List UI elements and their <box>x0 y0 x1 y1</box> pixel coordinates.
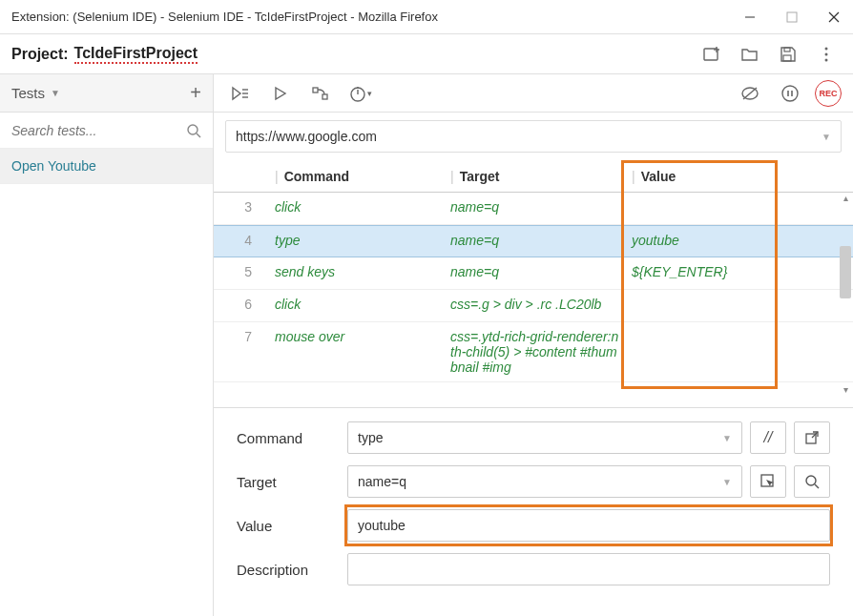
description-field-label: Description <box>237 562 347 578</box>
row-target: name=q <box>447 264 628 279</box>
base-url-value: https://www.google.com <box>236 129 377 144</box>
command-field-input[interactable]: type▼ <box>347 421 742 454</box>
scrollbar-thumb[interactable] <box>840 246 851 298</box>
search-icon[interactable] <box>186 123 201 138</box>
row-target: css=.ytd-rich-grid-renderer:nth-child(5)… <box>447 329 628 375</box>
project-name[interactable]: TcIdeFirstProject <box>74 45 198 64</box>
svg-point-12 <box>188 125 198 134</box>
table-row[interactable]: 7mouse overcss=.ytd-rich-grid-renderer:n… <box>214 322 853 382</box>
table-row[interactable]: 4typename=qyoutube <box>214 225 853 257</box>
tests-label[interactable]: Tests <box>11 85 45 101</box>
row-command: send keys <box>265 264 447 279</box>
select-target-button[interactable] <box>750 465 786 498</box>
toolbar: ▾ REC <box>214 74 853 113</box>
test-item[interactable]: Open Youtube <box>0 149 213 184</box>
run-button[interactable] <box>265 78 296 109</box>
svg-point-11 <box>825 58 828 61</box>
svg-line-13 <box>197 133 200 137</box>
minimize-button[interactable] <box>742 10 758 25</box>
svg-point-32 <box>806 476 816 485</box>
description-field-input[interactable] <box>347 553 830 585</box>
sidebar: Tests ▼ + Open Youtube <box>0 74 214 616</box>
row-value: ${KEY_ENTER} <box>628 264 853 279</box>
save-project-button[interactable] <box>773 39 803 70</box>
header-target[interactable]: |Target <box>447 169 628 184</box>
add-test-button[interactable]: + <box>190 82 201 104</box>
table-row[interactable]: 6clickcss=.g > div > .rc .LC20lb <box>214 290 853 322</box>
table-row[interactable]: 5send keysname=q${KEY_ENTER} <box>214 257 853 290</box>
row-command: type <box>265 233 447 248</box>
speed-button[interactable]: ▾ <box>345 78 376 109</box>
project-bar: Project: TcIdeFirstProject <box>0 34 853 74</box>
scroll-down-button[interactable]: ▾ <box>840 384 851 396</box>
close-button[interactable] <box>826 10 842 25</box>
row-number: 4 <box>214 233 265 248</box>
header-command[interactable]: |Command <box>265 169 447 184</box>
value-field-label: Value <box>237 518 347 534</box>
row-command: click <box>265 199 447 215</box>
project-label: Project: <box>11 46 69 63</box>
row-value: youtube <box>628 233 853 248</box>
svg-rect-1 <box>787 12 797 22</box>
svg-rect-8 <box>783 55 791 61</box>
svg-rect-20 <box>322 94 327 99</box>
row-number: 6 <box>214 297 265 312</box>
detail-form: Command type▼ // Target name=q▼ Value yo… <box>214 407 853 616</box>
step-button[interactable] <box>305 78 336 109</box>
row-number: 3 <box>214 199 265 215</box>
open-project-button[interactable] <box>735 39 765 70</box>
test-list: Open Youtube <box>0 149 213 616</box>
row-number: 7 <box>214 329 265 344</box>
right-panel: ▾ REC https://www.google.com ▼ |Command … <box>214 74 853 616</box>
svg-rect-4 <box>704 49 718 60</box>
row-target: name=q <box>447 233 628 248</box>
record-button[interactable]: REC <box>815 80 842 107</box>
svg-point-26 <box>782 86 798 101</box>
maximize-button[interactable] <box>784 10 800 25</box>
table-row[interactable]: 3clickname=q <box>214 193 853 225</box>
row-target: name=q <box>447 199 628 215</box>
run-all-button[interactable] <box>225 78 256 109</box>
window-title: Extension: (Selenium IDE) - Selenium IDE… <box>11 10 742 24</box>
row-number: 5 <box>214 264 265 279</box>
row-target: css=.g > div > .rc .LC20lb <box>447 297 628 312</box>
svg-rect-7 <box>784 48 790 51</box>
search-tests <box>0 113 213 149</box>
svg-point-9 <box>825 47 828 50</box>
base-url-input[interactable]: https://www.google.com ▼ <box>225 120 842 153</box>
row-command: mouse over <box>265 329 447 344</box>
toggle-comment-button[interactable]: // <box>750 421 786 454</box>
scroll-up-button[interactable]: ▴ <box>840 193 851 204</box>
find-target-button[interactable] <box>794 465 830 498</box>
svg-marker-18 <box>276 88 285 99</box>
new-project-button[interactable] <box>697 39 727 70</box>
window-titlebar: Extension: (Selenium IDE) - Selenium IDE… <box>0 0 853 34</box>
value-field-input[interactable]: youtube <box>347 509 830 542</box>
command-table: |Command |Target |Value 3clickname=q4typ… <box>214 160 853 407</box>
more-menu-button[interactable] <box>811 39 842 70</box>
open-new-window-button[interactable] <box>794 421 830 454</box>
chevron-down-icon[interactable]: ▼ <box>822 132 831 142</box>
row-command: click <box>265 297 447 312</box>
header-value[interactable]: |Value <box>628 169 853 184</box>
command-field-label: Command <box>237 430 347 446</box>
tests-header: Tests ▼ + <box>0 74 213 113</box>
pause-button[interactable] <box>775 78 805 109</box>
svg-rect-19 <box>313 88 318 92</box>
disable-breakpoints-button[interactable] <box>735 78 765 109</box>
chevron-down-icon[interactable]: ▼ <box>51 88 60 98</box>
svg-line-30 <box>812 432 818 438</box>
target-field-input[interactable]: name=q▼ <box>347 465 742 498</box>
svg-line-33 <box>815 484 819 488</box>
search-tests-input[interactable] <box>11 123 186 138</box>
target-field-label: Target <box>237 474 347 490</box>
svg-marker-14 <box>233 88 240 99</box>
svg-point-10 <box>825 52 828 55</box>
